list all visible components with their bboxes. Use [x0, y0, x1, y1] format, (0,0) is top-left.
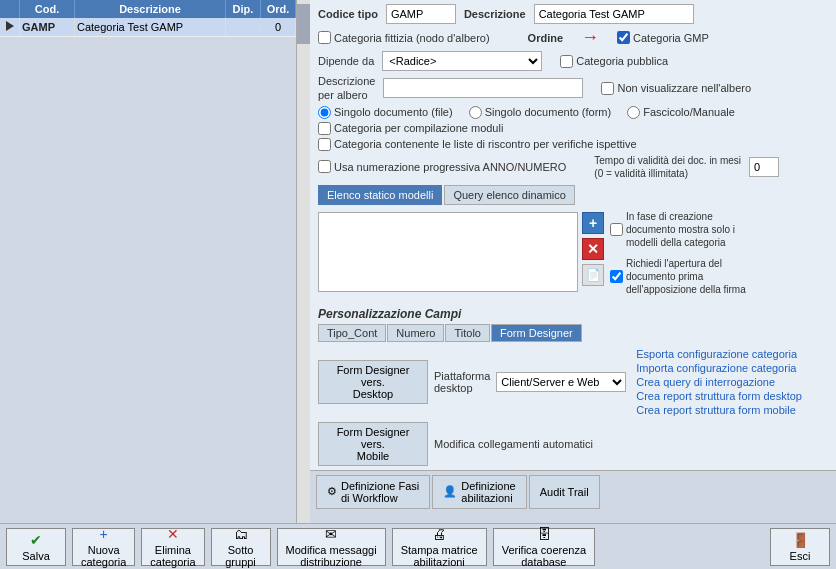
pers-tab-tipo[interactable]: Tipo_Cont: [318, 324, 386, 342]
wf-abilit-label: Definizione abilitazioni: [461, 480, 515, 504]
page-icon: 📄: [586, 268, 601, 282]
row-expand-icon[interactable]: [0, 18, 20, 36]
wf-audit-label: Audit Trail: [540, 486, 589, 498]
fd-mobile-label: Form Designer vers. Mobile: [337, 426, 410, 462]
wf-tab-abilitazioni[interactable]: 👤 Definizione abilitazioni: [432, 475, 526, 509]
verifica-coerenza-button[interactable]: 🗄 Verifica coerenza database: [493, 528, 595, 566]
categoria-gmp-check[interactable]: Categoria GMP: [617, 31, 709, 44]
main-container: Cod. Descrizione Dip. Ord. GAMP Categori…: [0, 0, 836, 569]
richiedi-checkbox[interactable]: [610, 270, 623, 283]
pers-tab-form-designer[interactable]: Form Designer: [491, 324, 582, 342]
triangle-icon: [6, 21, 14, 31]
table-row[interactable]: GAMP Categoria Test GAMP 0: [0, 18, 296, 37]
th-dip: Dip.: [226, 0, 261, 18]
arrow-right-icon: →: [581, 27, 599, 48]
pers-tabs: Tipo_Cont Numero Titolo Form Designer: [318, 324, 828, 342]
fittizia-checkbox[interactable]: [318, 31, 331, 44]
tab-elenco-statico[interactable]: Elenco statico modelli: [318, 185, 442, 205]
descrizione-label: Descrizione: [464, 8, 526, 20]
mail-icon: ✉: [325, 526, 337, 542]
th-desc: Descrizione: [75, 0, 226, 18]
modifica-messaggi-button[interactable]: ✉ Modifica messaggi distribuzione: [277, 528, 386, 566]
add-model-button[interactable]: +: [582, 212, 604, 234]
pubblica-checkbox[interactable]: [560, 55, 573, 68]
desc-albero-input[interactable]: [383, 78, 583, 98]
th-icon: [0, 0, 20, 18]
numerazione-check[interactable]: Usa numerazione progressiva ANNO/NUMERO: [318, 160, 566, 173]
non-visualizzare-checkbox[interactable]: [601, 82, 614, 95]
contenente-checkbox[interactable]: [318, 138, 331, 151]
person-icon: 👤: [443, 485, 457, 498]
pers-tab-numero[interactable]: Numero: [387, 324, 444, 342]
singolo-file-label: Singolo documento (file): [334, 106, 453, 118]
radio-form[interactable]: [469, 106, 482, 119]
in-fase-check[interactable]: In fase di creazione documento mostra so…: [610, 210, 828, 249]
salva-button[interactable]: ✔ Salva: [6, 528, 66, 566]
radio-singolo-file[interactable]: Singolo documento (file): [318, 106, 453, 119]
plus-icon: +: [100, 526, 108, 542]
elimina-categoria-button[interactable]: ✕ Elimina categoria: [141, 528, 204, 566]
fascicolo-label: Fascicolo/Manuale: [643, 106, 735, 118]
nuova-categoria-button[interactable]: + Nuova categoria: [72, 528, 135, 566]
radio-file[interactable]: [318, 106, 331, 119]
compilazione-row: Categoria per compilazione moduli: [318, 122, 828, 135]
esporta-link[interactable]: Esporta configurazione categoria: [636, 348, 802, 360]
crea-query-link[interactable]: Crea query di interrogazione: [636, 376, 802, 388]
th-cod: Cod.: [20, 0, 75, 18]
wf-fasi-label: Definizione Fasi di Workflow: [341, 480, 419, 504]
scrollbar[interactable]: [296, 0, 310, 523]
piattaforma-select[interactable]: Client/Server e Web: [496, 372, 626, 392]
radio-singolo-form[interactable]: Singolo documento (form): [469, 106, 612, 119]
richiedi-check[interactable]: Richiedi l'apertura del documento prima …: [610, 257, 828, 296]
gmp-checkbox[interactable]: [617, 31, 630, 44]
radio-fascicolo[interactable]: [627, 106, 640, 119]
codice-tipo-input[interactable]: [386, 4, 456, 24]
pers-title-row: Personalizzazione Campi: [318, 303, 828, 321]
content-area: Cod. Descrizione Dip. Ord. GAMP Categori…: [0, 0, 836, 523]
in-fase-checkbox[interactable]: [610, 223, 623, 236]
compilazione-checkbox[interactable]: [318, 122, 331, 135]
model-list-box: + ✕ 📄: [318, 210, 604, 296]
wf-tab-fasi[interactable]: ⚙ Definizione Fasi di Workflow: [316, 475, 430, 509]
numerazione-checkbox[interactable]: [318, 160, 331, 173]
remove-model-button[interactable]: ✕: [582, 238, 604, 260]
categoria-fittizia-check[interactable]: Categoria fittizia (nodo d'albero): [318, 31, 490, 44]
pers-tab-titolo[interactable]: Titolo: [445, 324, 490, 342]
sotto-gruppi-label: Sotto gruppi: [225, 544, 256, 568]
radio-fascicolo[interactable]: Fascicolo/Manuale: [627, 106, 735, 119]
left-panel: Cod. Descrizione Dip. Ord. GAMP Categori…: [0, 0, 310, 523]
compilazione-check[interactable]: Categoria per compilazione moduli: [318, 122, 503, 135]
contenente-check[interactable]: Categoria contenente le liste di riscont…: [318, 138, 637, 151]
model-side-btns: + ✕ 📄: [582, 212, 604, 292]
nuova-categoria-label: Nuova categoria: [81, 544, 126, 568]
descrizione-input[interactable]: [534, 4, 694, 24]
pubblica-label: Categoria pubblica: [576, 55, 668, 67]
form-inner: Codice tipo Descrizione Categoria fittiz…: [318, 4, 828, 466]
print-icon: 🖨: [432, 526, 446, 542]
esci-button[interactable]: 🚪 Esci: [770, 528, 830, 566]
workflow-tabs-bar: ⚙ Definizione Fasi di Workflow 👤 Definiz…: [310, 470, 836, 513]
desc-albero-row: Descrizione per albero Non visualizzare …: [318, 74, 828, 103]
sotto-gruppi-button[interactable]: 🗂 Sotto gruppi: [211, 528, 271, 566]
move-model-button[interactable]: 📄: [582, 264, 604, 286]
desc-albero-label: Descrizione per albero: [318, 74, 375, 103]
contenente-row: Categoria contenente le liste di riscont…: [318, 138, 828, 151]
dipende-da-label: Dipende da: [318, 55, 374, 67]
tempo-validita-input[interactable]: [749, 157, 779, 177]
categoria-pubblica-check[interactable]: Categoria pubblica: [560, 55, 668, 68]
tab-query-dynamic[interactable]: Query elenco dinamico: [444, 185, 575, 205]
non-visualizzare-check[interactable]: Non visualizzare nell'albero: [601, 82, 751, 95]
th-ord: Ord.: [261, 0, 296, 18]
importa-link[interactable]: Importa configurazione categoria: [636, 362, 802, 374]
wf-tab-audit[interactable]: Audit Trail: [529, 475, 600, 509]
row-ord: 0: [261, 18, 296, 36]
non-visualizzare-label: Non visualizzare nell'albero: [617, 82, 751, 94]
stampa-matrice-button[interactable]: 🖨 Stampa matrice abilitazioni: [392, 528, 487, 566]
report-desktop-link[interactable]: Crea report struttura form desktop: [636, 390, 802, 402]
scrollbar-thumb[interactable]: [297, 4, 310, 44]
model-listbox[interactable]: [318, 212, 578, 292]
report-mobile-link[interactable]: Crea report struttura form mobile: [636, 404, 802, 416]
contenente-label: Categoria contenente le liste di riscont…: [334, 138, 637, 150]
form-section: Codice tipo Descrizione Categoria fittiz…: [310, 0, 836, 470]
dipende-da-select[interactable]: <Radice>: [382, 51, 542, 71]
